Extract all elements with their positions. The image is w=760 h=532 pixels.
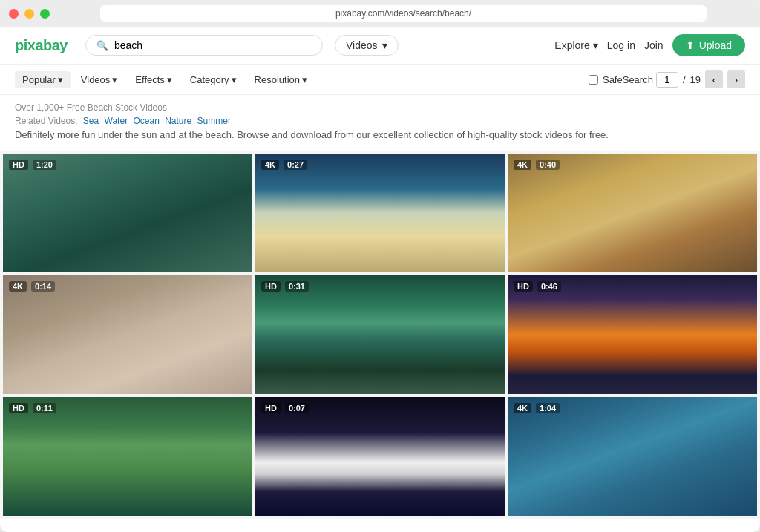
video-card-4[interactable]: 4K 0:14 xyxy=(3,275,252,394)
effects-filter[interactable]: Effects ▾ xyxy=(128,71,180,88)
duration-badge-2: 0:27 xyxy=(284,160,307,170)
video-thumbnail-4 xyxy=(3,275,252,394)
video-badge-6: HD 0:46 xyxy=(514,281,561,292)
popular-filter[interactable]: Popular ▾ xyxy=(15,71,71,88)
prev-page-button[interactable]: ‹ xyxy=(705,70,723,88)
video-thumbnail-8 xyxy=(255,397,505,516)
duration-badge-6: 0:46 xyxy=(537,281,561,292)
pagination-wrap: / 19 ‹ › xyxy=(656,70,745,88)
category-filter[interactable]: Category ▾ xyxy=(183,71,244,88)
video-grid: HD 1:20 4K 0:27 4K 0:40 4K 0:14 xyxy=(0,151,760,519)
video-thumbnail-2 xyxy=(255,154,505,272)
join-button[interactable]: Join xyxy=(644,39,664,51)
title-bar: pixabay.com/videos/search/beach/ xyxy=(0,0,760,27)
duration-badge-7: 0:11 xyxy=(33,403,56,413)
video-card-2[interactable]: 4K 0:27 xyxy=(255,154,505,272)
video-thumbnail-9 xyxy=(508,397,757,516)
resolution-badge-9: 4K xyxy=(514,403,531,413)
resolution-badge-6: HD xyxy=(514,281,533,292)
video-badge-1: HD 1:20 xyxy=(9,160,56,170)
video-badge-8: HD 0:07 xyxy=(261,403,309,413)
safesearch-checkbox[interactable] xyxy=(589,75,598,85)
duration-badge-9: 1:04 xyxy=(536,403,560,413)
resolution-badge-2: 4K xyxy=(261,160,279,170)
resolution-badge-5: HD xyxy=(261,281,281,292)
safesearch-wrap: SafeSearch xyxy=(589,74,653,85)
resolution-badge-4: 4K xyxy=(9,281,27,292)
video-card-5[interactable]: HD 0:31 xyxy=(255,275,505,394)
related-link-water[interactable]: Water xyxy=(105,116,128,126)
video-thumbnail-3 xyxy=(508,154,757,272)
related-link-sea[interactable]: Sea xyxy=(83,116,99,126)
results-count: Over 1,000+ Free Beach Stock Videos xyxy=(15,102,745,113)
upload-button[interactable]: ⬆ Upload xyxy=(672,34,745,56)
safesearch-label: SafeSearch xyxy=(603,74,653,85)
resolution-filter[interactable]: Resolution ▾ xyxy=(247,71,315,88)
url-text: pixabay.com/videos/search/beach/ xyxy=(335,8,471,19)
page-separator: / xyxy=(683,74,686,85)
video-card-3[interactable]: 4K 0:40 xyxy=(508,154,757,272)
video-badge-7: HD 0:11 xyxy=(9,403,56,413)
related-link-ocean[interactable]: Ocean xyxy=(133,116,159,126)
resolution-badge-1: HD xyxy=(9,160,28,170)
upload-icon: ⬆ xyxy=(686,39,695,51)
type-selector[interactable]: Videos ▾ xyxy=(335,35,399,56)
video-badge-5: HD 0:31 xyxy=(261,281,309,292)
resolution-badge-8: HD xyxy=(261,403,281,413)
duration-badge-1: 1:20 xyxy=(33,160,56,170)
video-badge-4: 4K 0:14 xyxy=(9,281,55,292)
video-card-1[interactable]: HD 1:20 xyxy=(3,154,252,272)
login-button[interactable]: Log in xyxy=(607,39,635,51)
search-bar: 🔍 xyxy=(85,35,323,56)
duration-badge-5: 0:31 xyxy=(285,281,309,292)
videos-filter[interactable]: Videos ▾ xyxy=(73,71,125,88)
video-thumbnail-6 xyxy=(508,275,757,394)
page-total: 19 xyxy=(690,74,701,85)
video-thumbnail-7 xyxy=(3,397,252,516)
description: Definitely more fun under the sun and at… xyxy=(15,129,745,146)
search-icon: 🔍 xyxy=(96,40,108,51)
top-nav: pixabay 🔍 Videos ▾ Explore ▾ Log in Join… xyxy=(0,27,760,65)
page-input[interactable] xyxy=(656,72,678,88)
nav-right: Explore ▾ Log in Join ⬆ Upload xyxy=(554,34,745,56)
next-page-button[interactable]: › xyxy=(727,70,745,88)
related-wrap: Related Videos: Sea Water Ocean Nature S… xyxy=(15,116,745,126)
close-button[interactable] xyxy=(9,9,19,19)
related-link-summer[interactable]: Summer xyxy=(197,116,231,126)
logo[interactable]: pixabay xyxy=(15,37,68,54)
explore-button[interactable]: Explore ▾ xyxy=(554,39,597,51)
minimize-button[interactable] xyxy=(24,9,34,19)
resolution-badge-3: 4K xyxy=(514,160,531,170)
filter-bar: Popular ▾ Videos ▾ Effects ▾ Category ▾ … xyxy=(0,65,760,95)
video-badge-3: 4K 0:40 xyxy=(514,160,560,170)
video-badge-2: 4K 0:27 xyxy=(261,160,307,170)
video-thumbnail-5 xyxy=(255,275,505,394)
url-bar[interactable]: pixabay.com/videos/search/beach/ xyxy=(100,5,707,22)
video-badge-9: 4K 1:04 xyxy=(514,403,560,413)
duration-badge-3: 0:40 xyxy=(536,160,560,170)
video-thumbnail-1 xyxy=(3,154,252,272)
duration-badge-8: 0:07 xyxy=(285,403,309,413)
resolution-badge-7: HD xyxy=(9,403,28,413)
related-label: Related Videos: xyxy=(15,116,78,126)
maximize-button[interactable] xyxy=(40,9,50,19)
search-input[interactable] xyxy=(114,39,312,51)
video-card-8[interactable]: HD 0:07 xyxy=(255,397,505,516)
related-link-nature[interactable]: Nature xyxy=(165,116,191,126)
video-card-6[interactable]: HD 0:46 xyxy=(508,275,757,394)
duration-badge-4: 0:14 xyxy=(31,281,55,292)
video-card-9[interactable]: 4K 1:04 xyxy=(508,397,757,516)
video-card-7[interactable]: HD 0:11 xyxy=(3,397,252,516)
info-section: Over 1,000+ Free Beach Stock Videos Rela… xyxy=(0,95,760,151)
